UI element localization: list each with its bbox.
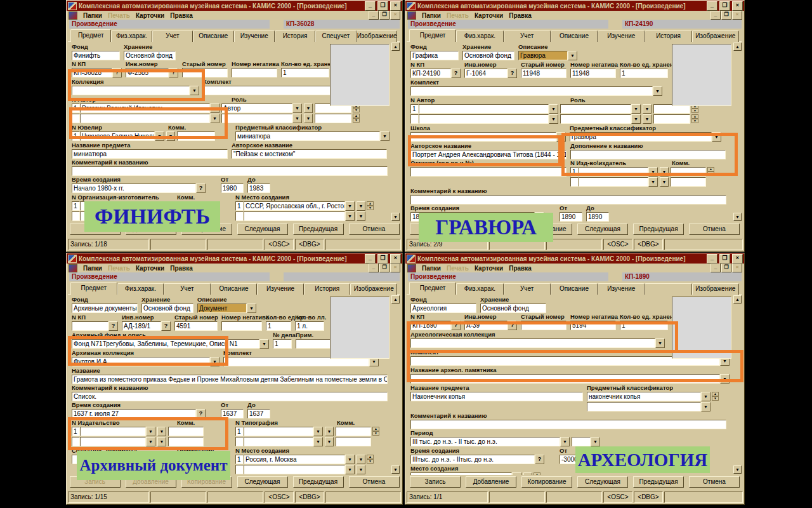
- close-icon[interactable]: ×: [732, 254, 743, 264]
- inv-input[interactable]: Ф-2585: [126, 68, 169, 77]
- menu-papki[interactable]: Папки: [422, 12, 441, 19]
- kp-input[interactable]: КП-24190: [410, 69, 451, 78]
- complect-input[interactable]: [410, 86, 653, 96]
- lookup-button[interactable]: ?: [508, 321, 517, 330]
- role-input[interactable]: [221, 114, 292, 123]
- subj-class-input[interactable]: миниатюра: [235, 131, 380, 141]
- kp-input[interactable]: КП-1890: [410, 321, 451, 330]
- publisher-input[interactable]: [579, 167, 648, 177]
- tab-specuchet[interactable]: Спецучет: [315, 30, 356, 42]
- to-input[interactable]: 1983: [247, 184, 270, 193]
- neg-num-input[interactable]: [232, 68, 277, 77]
- dropdown-icon[interactable]: ▼: [660, 167, 669, 177]
- spinner[interactable]: ▲▼: [367, 455, 374, 464]
- archeo-coll-input[interactable]: [410, 338, 655, 348]
- dropdown-icon[interactable]: ▼: [292, 114, 302, 123]
- time-input[interactable]: Начало 1980-х гг.: [72, 184, 196, 193]
- tab-istoriya[interactable]: История: [275, 30, 315, 42]
- spinner[interactable]: ▲▼: [712, 392, 719, 401]
- dropdown-icon[interactable]: ▼: [560, 437, 570, 446]
- spin-up-icon[interactable]: ▲: [534, 472, 540, 475]
- dropdown-icon[interactable]: ▼: [210, 114, 219, 123]
- dropdown-icon[interactable]: ▼: [701, 402, 710, 411]
- copy-button[interactable]: Копирование: [521, 476, 572, 488]
- publishing-input[interactable]: [80, 427, 146, 436]
- tab-opisanie[interactable]: Описание: [551, 30, 598, 42]
- tab-izuchenie[interactable]: Изучение: [598, 30, 645, 42]
- name-add-input[interactable]: [570, 150, 726, 159]
- scroll-up-icon[interactable]: ▲: [391, 43, 400, 51]
- dropdown-icon[interactable]: ▼: [512, 472, 521, 475]
- scrollbar[interactable]: ▲▼: [733, 295, 742, 474]
- author-input[interactable]: [80, 114, 210, 123]
- fond-input[interactable]: Графика: [410, 51, 459, 60]
- spin-down-icon[interactable]: ▼: [691, 109, 698, 113]
- name-comment-input[interactable]: [72, 166, 388, 176]
- dropdown-icon[interactable]: ▼: [146, 427, 155, 436]
- dropdown-icon[interactable]: ▼: [313, 427, 323, 436]
- scroll-up-icon[interactable]: ▲: [733, 295, 742, 304]
- dropdown-icon[interactable]: ▼: [648, 167, 658, 177]
- tab-izobrazhenie[interactable]: Изображение: [350, 283, 397, 295]
- minimize-icon[interactable]: _: [707, 254, 717, 264]
- author-n-input[interactable]: [410, 114, 419, 124]
- prev-button[interactable]: Предыдущая: [293, 476, 344, 488]
- desc-select[interactable]: Гравюра: [518, 51, 568, 60]
- tab-uchet[interactable]: Учет: [164, 283, 211, 295]
- scroll-down-icon[interactable]: ▼: [733, 213, 742, 221]
- close-icon[interactable]: ×: [390, 254, 401, 264]
- cancel-button[interactable]: Отмена: [689, 476, 740, 488]
- scrollbar[interactable]: ▲▼: [733, 43, 742, 221]
- spin-down-icon[interactable]: ▼: [353, 108, 360, 112]
- org-n-input[interactable]: [72, 211, 80, 221]
- dropdown-icon[interactable]: ▼: [304, 104, 313, 113]
- to-input[interactable]: 1637: [247, 409, 270, 418]
- tab-uchet[interactable]: Учет: [152, 30, 193, 42]
- tab-predmet[interactable]: Предмет: [70, 29, 111, 42]
- spin-down-icon[interactable]: ▼: [707, 171, 714, 176]
- spin-up-icon[interactable]: ▲: [367, 455, 374, 459]
- dropdown-icon[interactable]: ▼: [166, 131, 175, 141]
- next-button[interactable]: Следующая: [577, 476, 628, 488]
- monument-input[interactable]: [410, 374, 720, 384]
- add-button[interactable]: Добавление: [466, 476, 516, 488]
- place-input[interactable]: СССР, Ярославская обл., г. Ростов: [244, 201, 345, 211]
- menu-papki[interactable]: Папки: [83, 12, 102, 19]
- dropdown-icon[interactable]: ▼: [701, 392, 710, 401]
- prints-input[interactable]: [410, 167, 566, 177]
- qty-input[interactable]: 1: [620, 69, 668, 78]
- old-num-input[interactable]: [521, 321, 566, 330]
- tab-istoriya[interactable]: История: [645, 30, 691, 42]
- inv-input[interactable]: Г-1064: [464, 69, 508, 78]
- dropdown-icon[interactable]: ▼: [380, 131, 390, 141]
- tab-uchet[interactable]: Учет: [504, 283, 551, 295]
- desc-select[interactable]: Документ: [197, 304, 247, 313]
- tab-istoriya[interactable]: История: [304, 283, 351, 295]
- mdi-close-icon[interactable]: ×: [732, 264, 742, 272]
- dropdown-icon[interactable]: ▼: [648, 177, 658, 187]
- dropdown-icon[interactable]: ▼: [157, 437, 166, 446]
- save-button[interactable]: Запись: [410, 476, 461, 488]
- spin-up-icon[interactable]: ▲: [353, 114, 360, 118]
- menu-kartochki[interactable]: Карточки: [475, 12, 503, 19]
- publisher-n-input[interactable]: 1: [570, 167, 579, 177]
- role-input[interactable]: Автор: [221, 104, 292, 113]
- comm-input[interactable]: [315, 114, 351, 123]
- dropdown-icon[interactable]: ▼: [712, 132, 721, 142]
- typography-n-input[interactable]: 1: [235, 427, 244, 436]
- spin-down-icon[interactable]: ▼: [367, 206, 374, 210]
- menu-pravka[interactable]: Правка: [170, 265, 193, 272]
- spin-up-icon[interactable]: ▲: [712, 392, 719, 396]
- mdi-close-icon[interactable]: ×: [390, 264, 400, 272]
- scrollbar[interactable]: ▲▼: [391, 295, 400, 474]
- spin-down-icon[interactable]: ▼: [353, 118, 360, 123]
- dropdown-icon[interactable]: ▼: [345, 201, 355, 211]
- inv-input[interactable]: А-39: [464, 321, 508, 330]
- spin-up-icon[interactable]: ▲: [367, 201, 374, 206]
- dropdown-icon[interactable]: ▼: [247, 304, 256, 313]
- mdi-minimize-icon[interactable]: _: [369, 11, 379, 20]
- prev-button[interactable]: Предыдущая: [633, 476, 684, 488]
- role-input[interactable]: [560, 104, 631, 114]
- titlebar[interactable]: Комплексная автоматизированная музейная …: [405, 253, 744, 264]
- place-input[interactable]: [244, 211, 345, 221]
